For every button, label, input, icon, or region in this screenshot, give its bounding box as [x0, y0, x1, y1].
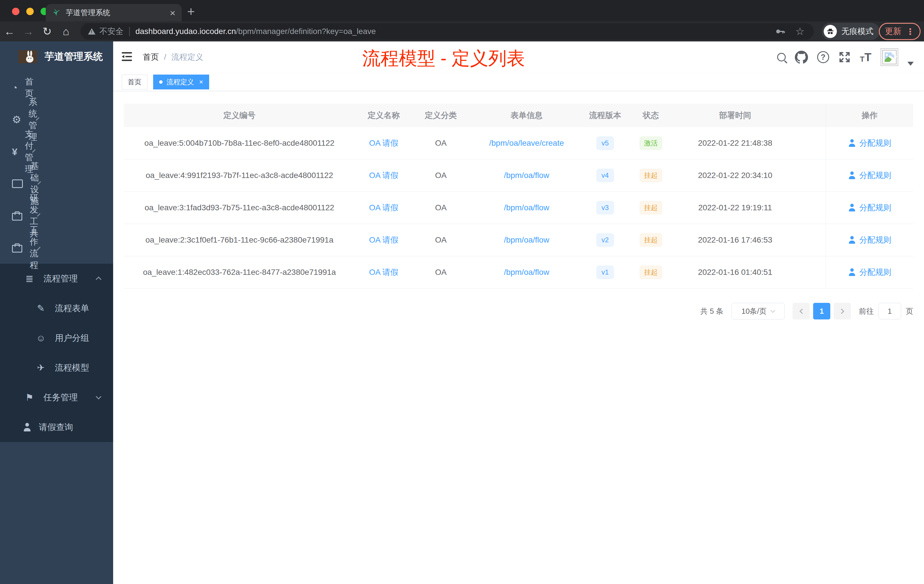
sidebar-menu-item[interactable]: 任务管理 [0, 383, 113, 412]
sidebar-menu-item[interactable]: 请假查询 [0, 412, 113, 442]
definition-name-link[interactable]: OA 请假 [369, 267, 399, 278]
page-annotation: 流程模型 - 定义列表 [362, 46, 525, 71]
new-tab-button[interactable]: + [187, 4, 195, 19]
key-icon[interactable] [774, 26, 786, 37]
menu-fold-icon[interactable] [120, 51, 133, 63]
jump-prefix-label: 前往 [859, 306, 874, 316]
definition-id-cell: oa_leave:1:482ec033-762a-11ec-8477-a2380… [124, 256, 355, 288]
sidebar-menu-item[interactable]: 支付管理 [0, 136, 12, 168]
form-info-link[interactable]: /bpm/oa/flow [504, 203, 549, 212]
status-badge: 挂起 [640, 233, 662, 247]
sidebar-menu-item[interactable]: 流程管理 [0, 264, 113, 294]
window-controls [12, 8, 48, 15]
tags-view-bar: 首页 × 流程定义 × [113, 73, 924, 91]
avatar[interactable] [881, 48, 898, 66]
person-icon [848, 204, 856, 212]
sidebar-menu-item[interactable]: 工作流程 [0, 232, 12, 264]
sidebar-menu-item[interactable]: 研发工具 [0, 200, 12, 232]
definition-name-link[interactable]: OA 请假 [369, 170, 399, 181]
assign-rule-link[interactable]: 分配规则 [848, 202, 891, 213]
logo-rabbit-avatar [18, 50, 37, 63]
font-size-icon[interactable] [860, 51, 871, 64]
forward-icon[interactable]: → [19, 25, 38, 38]
help-icon[interactable] [817, 51, 829, 63]
current-page-button[interactable]: 1 [813, 303, 830, 319]
person-icon [848, 268, 856, 276]
definition-name-link[interactable]: OA 请假 [369, 234, 399, 246]
filler-cell [795, 224, 826, 256]
github-icon[interactable] [795, 51, 808, 64]
assign-rule-link[interactable]: 分配规则 [848, 138, 891, 148]
home-icon[interactable]: ⌂ [56, 25, 76, 38]
sidebar-menu-item[interactable]: 流程模型 [0, 353, 113, 383]
close-window-button[interactable] [12, 8, 20, 15]
tag[interactable]: 流程定义 × [153, 74, 209, 89]
app-window: 芋道管理系统 首页 系统管理 支付管理 基础设施 [0, 41, 924, 584]
form-info-link[interactable]: /bpm/oa/flow [504, 268, 549, 277]
reload-icon[interactable]: ↻ [38, 25, 56, 38]
url-path: /bpm/manager/definition?key=oa_leave [236, 27, 376, 36]
form-info-link[interactable]: /bpm/oa/flow [504, 236, 549, 244]
definition-name-link[interactable]: OA 请假 [369, 138, 399, 148]
menu-item-icon [23, 274, 36, 284]
address-bar[interactable]: 不安全 dashboard.yudao.iocoder.cn/bpm/manag… [81, 23, 814, 40]
jump-page-input[interactable]: 1 [878, 303, 901, 319]
tab-close-icon[interactable]: × [170, 8, 175, 18]
status-badge: 挂起 [640, 201, 662, 214]
assign-rule-link[interactable]: 分配规则 [848, 267, 891, 278]
form-info-link[interactable]: /bpm/oa/leave/create [489, 139, 564, 148]
search-icon[interactable] [777, 53, 786, 61]
sidebar-menu-item[interactable]: 系统管理 [0, 104, 12, 136]
filler-cell [795, 192, 826, 224]
tag[interactable]: 首页 × [122, 74, 147, 89]
definition-id-cell: oa_leave:5:004b710b-7b8a-11ec-8ef0-acde4… [124, 127, 355, 159]
menu-item-label: 首页 [25, 76, 33, 99]
header-icons [777, 41, 914, 73]
assign-rule-link[interactable]: 分配规则 [848, 234, 891, 246]
menu-item-icon [12, 211, 22, 221]
sidebar-menu-item[interactable]: 首页 [0, 72, 12, 104]
back-icon[interactable]: ← [0, 25, 19, 38]
update-menu-button[interactable]: 更新 ⋮ [879, 23, 921, 40]
pagination: 共 5 条 10条/页 1 前往 1 页 [700, 303, 913, 319]
page-size-select[interactable]: 10条/页 [731, 303, 785, 319]
breadcrumb-home[interactable]: 首页 [143, 52, 159, 63]
prev-page-button[interactable] [792, 303, 810, 319]
browser-tab[interactable]: 芋道管理系统 × [46, 4, 182, 21]
assign-rule-label: 分配规则 [860, 202, 891, 213]
assign-rule-link[interactable]: 分配规则 [848, 170, 891, 181]
chevron-left-icon [799, 308, 805, 314]
avatar-caret-icon[interactable] [908, 62, 914, 66]
table-body: oa_leave:5:004b710b-7b8a-11ec-8ef0-acde4… [124, 127, 913, 289]
url-host: dashboard.yudao.iocoder.cn [135, 27, 236, 36]
tag-close-icon[interactable]: × [199, 78, 203, 86]
sidebar-menu-item[interactable]: 基础设施 [0, 168, 12, 200]
header-cell-form: 表单信息 [469, 104, 584, 127]
page-size-value: 10条/页 [741, 306, 767, 316]
broken-image-icon [882, 50, 897, 64]
minimize-window-button[interactable] [26, 8, 34, 15]
assign-rule-label: 分配规则 [860, 267, 891, 278]
version-badge: v4 [597, 169, 614, 182]
incognito-badge: 无痕模式 [822, 23, 880, 40]
fullscreen-icon[interactable] [838, 51, 851, 63]
definition-id-cell: oa_leave:2:3c1f0ef1-76b1-11ec-9c66-a2380… [124, 224, 355, 256]
person-icon [848, 139, 856, 147]
category-cell: OA [412, 192, 469, 224]
bookmark-star-icon[interactable]: ☆ [795, 25, 805, 38]
sidebar-menu-item[interactable]: 流程表单 [0, 294, 113, 323]
breadcrumb-separator: / [164, 53, 166, 62]
definition-name-link[interactable]: OA 请假 [369, 202, 399, 213]
menu-item-label: 流程模型 [55, 362, 89, 374]
not-secure-warning-icon [88, 28, 96, 35]
definition-table: 定义编号 定义名称 定义分类 表单信息 流程版本 状态 部署时间 操作 oa_l… [124, 104, 913, 289]
sidebar-menu-item[interactable]: 用户分组 [0, 323, 113, 353]
menu-item-label: 用户分组 [55, 332, 89, 344]
browser-chrome: 芋道管理系统 × + ← → ↻ ⌂ 不安全 dashboard.yudao.i… [0, 0, 924, 41]
page-jumper: 前往 1 页 [859, 303, 913, 319]
form-info-link[interactable]: /bpm/oa/flow [504, 171, 549, 180]
next-page-button[interactable] [834, 303, 851, 319]
version-badge: v1 [597, 266, 614, 279]
breadcrumb: 首页 / 流程定义 [143, 52, 203, 63]
definition-id-cell: oa_leave:3:1fad3d93-7b75-11ec-a3c8-acde4… [124, 192, 355, 224]
